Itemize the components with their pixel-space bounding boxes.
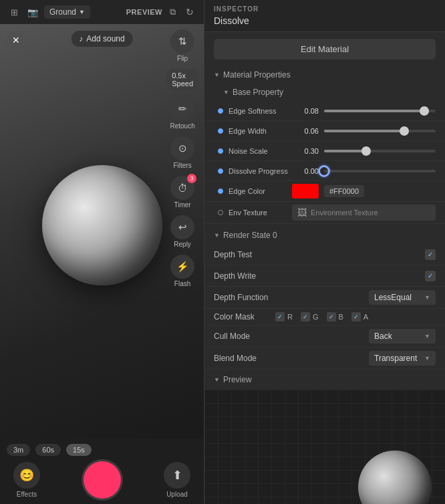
noise-scale-value: 0.30 (292, 147, 319, 155)
dissolve-progress-slider[interactable] (324, 170, 436, 172)
retouch-icon: ✏ (170, 97, 194, 121)
inspector-panel: INSPECTOR Dissolve Edit Material ▼ Mater… (204, 0, 445, 504)
retouch-button[interactable]: ✏ Retouch (170, 97, 194, 130)
edge-color-row: Edge Color #FF0000 (204, 181, 445, 202)
edge-color-dot[interactable] (218, 188, 223, 194)
check-b-label: B (339, 313, 343, 321)
edge-color-hex[interactable]: #FF0000 (324, 185, 364, 197)
time-60s[interactable]: 60s (35, 444, 61, 456)
close-icon: ✕ (12, 35, 20, 45)
noise-scale-dot[interactable] (218, 148, 223, 154)
flash-button[interactable]: ⚡ Flash (170, 255, 194, 287)
edge-softness-label: Edge Softness (229, 107, 292, 115)
effects-button[interactable]: 😊 Effects (13, 462, 40, 498)
material-properties-section[interactable]: ▼ Material Properties (204, 66, 445, 84)
add-sound-button[interactable]: ♪ Add sound (71, 31, 132, 47)
edge-softness-dot[interactable] (218, 108, 223, 114)
check-r-label: R (287, 313, 293, 321)
base-property-label: Base Property (233, 88, 283, 97)
cull-mode-dropdown[interactable]: Back ▼ (369, 329, 436, 344)
timer-button[interactable]: ⏱3 Timer (170, 176, 194, 209)
edge-softness-slider[interactable] (324, 110, 436, 112)
chevron-down-icon: ▼ (214, 232, 220, 239)
dissolve-progress-label: Dissolve Progress (229, 167, 292, 175)
chevron-down-icon: ▼ (424, 294, 430, 301)
check-r-icon: ✓ (275, 312, 285, 322)
depth-function-dropdown[interactable]: LessEqual ▼ (369, 290, 436, 305)
close-button[interactable]: ✕ (7, 31, 25, 49)
material-properties-label: Material Properties (223, 70, 291, 80)
depth-test-row: Depth Test ✓ (204, 244, 445, 265)
right-toolbar: ⇅ Flip 0.5xSpeed ✏ Retouch ⊙ Filters ⏱3 … (166, 29, 198, 287)
noise-scale-row: Noise Scale 0.30 (204, 141, 445, 161)
external-link-icon[interactable]: ⧉ (165, 5, 180, 19)
color-mask-g[interactable]: ✓ G (301, 312, 319, 322)
edge-color-swatch[interactable] (292, 184, 319, 199)
timer-icon: ⏱3 (170, 176, 194, 200)
blend-mode-label: Blend Mode (214, 354, 369, 363)
refresh-icon[interactable]: ↻ (182, 5, 197, 19)
effects-icon: 😊 (13, 462, 40, 489)
color-mask-r[interactable]: ✓ R (275, 312, 293, 322)
record-button[interactable] (84, 461, 121, 499)
chevron-down-icon: ▼ (214, 376, 220, 383)
preview-header: ⊞ 📷 Ground ▼ PREVIEW ⧉ ↻ (0, 0, 204, 24)
edge-width-thumb[interactable] (400, 126, 409, 136)
edge-width-fill (324, 130, 404, 132)
dissolve-progress-thumb[interactable] (318, 165, 330, 177)
color-mask-a[interactable]: ✓ A (351, 312, 368, 322)
add-sound-label: Add sound (86, 34, 124, 43)
check-g-label: G (313, 313, 319, 321)
time-15s[interactable]: 15s (66, 444, 92, 456)
bottom-actions: 😊 Effects ⬆ Upload (7, 461, 197, 499)
reply-icon: ↩ (170, 215, 194, 239)
color-mask-b[interactable]: ✓ B (327, 312, 343, 322)
edge-width-label: Edge Width (229, 127, 292, 135)
edge-width-dot[interactable] (218, 128, 223, 134)
render-state-section[interactable]: ▼ Render State 0 (204, 227, 445, 244)
depth-write-row: Depth Write ✓ (204, 265, 445, 287)
check-a-label: A (363, 313, 368, 321)
flip-label: Flip (177, 55, 188, 62)
speed-button[interactable]: 0.5xSpeed (166, 69, 198, 90)
filters-button[interactable]: ⊙ Filters (170, 136, 194, 169)
ground-dropdown[interactable]: Ground ▼ (44, 5, 90, 19)
base-property-section[interactable]: ▼ Base Property (204, 84, 445, 101)
env-texture-dot[interactable] (218, 210, 223, 215)
noise-scale-slider[interactable] (324, 150, 436, 152)
blend-mode-dropdown[interactable]: Transparent ▼ (369, 351, 436, 366)
sphere-preview (42, 165, 162, 285)
reply-label: Reply (174, 241, 191, 248)
env-texture-placeholder[interactable]: 🖼 Environment Texture (292, 205, 436, 221)
reply-button[interactable]: ↩ Reply (170, 215, 194, 248)
edge-width-slider[interactable] (324, 130, 436, 132)
noise-scale-thumb[interactable] (361, 146, 371, 156)
noise-scale-fill (324, 150, 366, 152)
time-3m[interactable]: 3m (7, 444, 30, 456)
preview-header-left: ⊞ 📷 Ground ▼ (7, 5, 90, 19)
upload-icon: ⬆ (164, 462, 190, 489)
env-texture-text: Environment Texture (311, 209, 378, 217)
chevron-down-icon: ▼ (223, 89, 229, 96)
dissolve-progress-dot[interactable] (218, 168, 223, 174)
camera-icon[interactable]: 📷 (25, 5, 40, 19)
inspector-title: INSPECTOR (214, 5, 436, 13)
edit-material-button[interactable]: Edit Material (214, 39, 436, 59)
render-state-label: Render State 0 (223, 231, 277, 240)
color-mask-checks: ✓ R ✓ G ✓ B ✓ A (275, 312, 368, 322)
flip-button[interactable]: ⇅ Flip (170, 29, 194, 62)
edge-color-label: Edge Color (229, 187, 292, 195)
chevron-down-icon: ▼ (79, 9, 85, 15)
depth-write-label: Depth Write (214, 271, 425, 281)
edge-softness-thumb[interactable] (420, 106, 429, 116)
preview-header-icons: ⊞ 📷 (7, 5, 40, 19)
timer-label: Timer (174, 201, 191, 209)
depth-test-check[interactable]: ✓ (425, 249, 436, 260)
dissolve-label: Dissolve (214, 15, 436, 26)
upload-button[interactable]: ⬆ Upload (164, 462, 190, 498)
depth-write-check[interactable]: ✓ (425, 271, 436, 281)
env-texture-label: Env Texture (229, 209, 292, 217)
color-mask-label: Color Mask (214, 312, 267, 322)
preview-section-header[interactable]: ▼ Preview (204, 370, 445, 390)
grid-icon[interactable]: ⊞ (7, 5, 21, 19)
